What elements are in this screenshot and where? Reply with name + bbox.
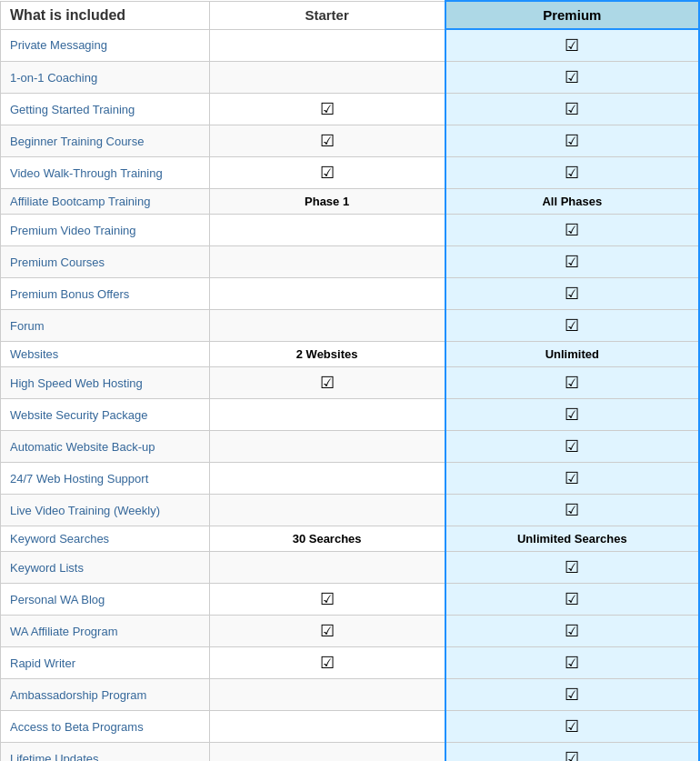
table-row: WA Affiliate Program☑☑	[1, 616, 700, 647]
table-row: Getting Started Training☑☑	[1, 94, 700, 125]
premium-checkmark-icon: ☑	[565, 284, 579, 304]
feature-label: High Speed Web Hosting	[1, 367, 210, 399]
feature-label: Personal WA Blog	[1, 584, 210, 616]
table-row: Premium Video Training☑	[1, 215, 700, 246]
starter-cell: Phase 1	[209, 189, 445, 215]
premium-cell: ☑	[445, 431, 699, 463]
feature-label: Live Video Training (Weekly)	[1, 495, 210, 526]
feature-label: Getting Started Training	[1, 94, 210, 125]
table-row: Website Security Package☑	[1, 399, 700, 431]
starter-cell: ☑	[209, 584, 445, 616]
starter-cell	[209, 463, 445, 495]
table-row: Automatic Website Back-up☑	[1, 431, 700, 463]
table-row: Premium Courses☑	[1, 246, 700, 278]
premium-checkmark-icon: ☑	[565, 468, 579, 488]
starter-cell	[209, 215, 445, 246]
premium-cell: ☑	[445, 310, 699, 342]
feature-label: Ambassadorship Program	[1, 679, 210, 711]
starter-cell: ☑	[209, 647, 445, 679]
premium-checkmark-icon: ☑	[565, 716, 579, 736]
starter-checkmark-icon: ☑	[320, 621, 335, 641]
table-row: Affiliate Bootcamp TrainingPhase 1All Ph…	[1, 189, 700, 215]
feature-label: Rapid Writer	[1, 647, 210, 679]
table-row: Access to Beta Programs☑	[1, 711, 700, 743]
premium-checkmark-icon: ☑	[565, 373, 579, 393]
feature-label: Beginner Training Course	[1, 125, 210, 157]
premium-checkmark-icon: ☑	[565, 500, 579, 520]
feature-label: WA Affiliate Program	[1, 616, 210, 647]
feature-label: Automatic Website Back-up	[1, 431, 210, 463]
starter-cell: ☑	[209, 157, 445, 189]
feature-label: Keyword Lists	[1, 552, 210, 584]
feature-label: Access to Beta Programs	[1, 711, 210, 743]
table-row: 24/7 Web Hosting Support☑	[1, 463, 700, 495]
premium-cell: ☑	[445, 647, 699, 679]
feature-label: Websites	[1, 342, 210, 367]
table-row: 1-on-1 Coaching☑	[1, 62, 700, 94]
premium-checkmark-icon: ☑	[565, 220, 579, 240]
table-row: Personal WA Blog☑☑	[1, 584, 700, 616]
premium-value: Unlimited Searches	[517, 532, 627, 546]
table-row: Forum☑	[1, 310, 700, 342]
premium-cell: ☑	[445, 29, 699, 62]
starter-value: 2 Websites	[296, 347, 358, 361]
table-row: Lifetime Updates☑	[1, 743, 700, 762]
feature-label: Website Security Package	[1, 399, 210, 431]
premium-checkmark-icon: ☑	[565, 557, 579, 577]
table-row: Ambassadorship Program☑	[1, 679, 700, 711]
col3-header: Premium	[445, 1, 699, 29]
col1-header: What is included	[1, 1, 210, 29]
feature-label: 1-on-1 Coaching	[1, 62, 210, 94]
table-row: Keyword Searches30 SearchesUnlimited Sea…	[1, 526, 700, 552]
feature-label: Premium Courses	[1, 246, 210, 278]
premium-cell: ☑	[445, 278, 699, 310]
premium-cell: ☑	[445, 495, 699, 526]
premium-checkmark-icon: ☑	[565, 589, 579, 609]
premium-cell: ☑	[445, 62, 699, 94]
starter-checkmark-icon: ☑	[320, 373, 335, 393]
starter-value: Phase 1	[305, 195, 349, 208]
premium-checkmark-icon: ☑	[565, 685, 579, 705]
premium-cell: ☑	[445, 246, 699, 278]
premium-cell: ☑	[445, 399, 699, 431]
starter-cell: ☑	[209, 616, 445, 647]
premium-cell: Unlimited	[445, 342, 699, 367]
starter-cell: 30 Searches	[209, 526, 445, 552]
table-row: Rapid Writer☑☑	[1, 647, 700, 679]
comparison-table: What is included Starter Premium Private…	[0, 0, 700, 761]
premium-cell: ☑	[445, 215, 699, 246]
premium-checkmark-icon: ☑	[565, 67, 579, 87]
premium-checkmark-icon: ☑	[565, 405, 579, 425]
starter-checkmark-icon: ☑	[320, 589, 335, 609]
premium-cell: All Phases	[445, 189, 699, 215]
feature-label: 24/7 Web Hosting Support	[1, 463, 210, 495]
premium-cell: Unlimited Searches	[445, 526, 699, 552]
starter-cell	[209, 679, 445, 711]
premium-checkmark-icon: ☑	[565, 748, 579, 761]
premium-cell: ☑	[445, 157, 699, 189]
starter-cell	[209, 278, 445, 310]
premium-cell: ☑	[445, 711, 699, 743]
premium-checkmark-icon: ☑	[565, 436, 579, 456]
starter-cell	[209, 495, 445, 526]
premium-checkmark-icon: ☑	[565, 315, 579, 335]
premium-checkmark-icon: ☑	[565, 252, 579, 272]
table-row: Video Walk-Through Training☑☑	[1, 157, 700, 189]
premium-cell: ☑	[445, 125, 699, 157]
starter-cell	[209, 29, 445, 62]
premium-checkmark-icon: ☑	[565, 163, 579, 183]
premium-cell: ☑	[445, 679, 699, 711]
premium-cell: ☑	[445, 584, 699, 616]
table-row: Premium Bonus Offers☑	[1, 278, 700, 310]
feature-label: Forum	[1, 310, 210, 342]
starter-cell	[209, 431, 445, 463]
table-row: Live Video Training (Weekly)☑	[1, 495, 700, 526]
starter-cell: ☑	[209, 125, 445, 157]
starter-cell	[209, 310, 445, 342]
starter-checkmark-icon: ☑	[320, 131, 335, 151]
premium-value: All Phases	[542, 195, 602, 208]
premium-cell: ☑	[445, 94, 699, 125]
starter-cell	[209, 246, 445, 278]
table-row: Beginner Training Course☑☑	[1, 125, 700, 157]
starter-checkmark-icon: ☑	[320, 653, 335, 673]
